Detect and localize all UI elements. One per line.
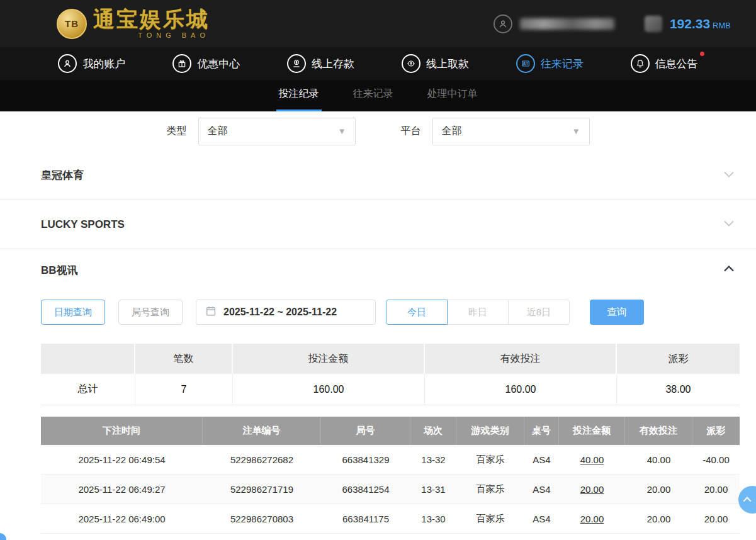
quick-range-group: 今日 昨日 近8日 bbox=[386, 300, 570, 325]
table-number: AS4 bbox=[524, 504, 559, 534]
bet-time: 2025-11-22 06:49:27 bbox=[41, 475, 203, 504]
wallet-balance[interactable]: 192.33RMB bbox=[645, 16, 731, 32]
scroll-to-top-button[interactable] bbox=[738, 486, 756, 514]
corner-float-button[interactable] bbox=[0, 533, 6, 540]
record-subtabs: 投注纪录 往来记录 处理中订单 bbox=[0, 80, 756, 111]
user-avatar-icon bbox=[494, 14, 512, 33]
valid-bet: 40.00 bbox=[625, 445, 692, 475]
total-count: 7 bbox=[135, 374, 233, 405]
gift-icon bbox=[172, 54, 191, 73]
game-type: 百家乐 bbox=[456, 504, 524, 534]
total-bet-amount: 160.00 bbox=[233, 374, 425, 405]
nav-item-transaction-records[interactable]: 往来记录 bbox=[516, 54, 584, 73]
table-row: 2025-11-22 06:49:27 522986271719 6638412… bbox=[41, 475, 740, 504]
session: 13-31 bbox=[410, 475, 456, 504]
main-nav: 我的账户 优惠中心 线上存款 线上取款 bbox=[0, 47, 756, 80]
round-number: 663841329 bbox=[321, 445, 410, 475]
game-type: 百家乐 bbox=[456, 445, 524, 475]
user-icon bbox=[58, 54, 77, 73]
payout-cell: -40.00 bbox=[692, 445, 740, 475]
withdraw-icon bbox=[402, 54, 420, 73]
bet-detail-table: 下注时间 注单编号 局号 场次 游戏类别 桌号 投注金额 有效投注 派彩 202… bbox=[41, 417, 740, 534]
yesterday-button[interactable]: 昨日 bbox=[447, 300, 509, 325]
bet-amount-link[interactable]: 40.00 bbox=[559, 445, 625, 475]
records-icon bbox=[516, 54, 535, 73]
round-number: 663841254 bbox=[321, 475, 410, 504]
balance-amount: 192.33RMB bbox=[670, 16, 731, 31]
chevron-up-icon bbox=[722, 262, 736, 278]
detail-header: 派彩 bbox=[692, 417, 740, 445]
date-range-value: 2025-11-22 ~ 2025-11-22 bbox=[223, 307, 337, 318]
valid-bet: 20.00 bbox=[625, 475, 692, 504]
type-filter-value: 全部 bbox=[208, 125, 228, 138]
detail-header-row: 下注时间 注单编号 局号 场次 游戏类别 桌号 投注金额 有效投注 派彩 bbox=[41, 417, 740, 445]
tab-bet-records[interactable]: 投注纪录 bbox=[276, 87, 322, 111]
detail-header: 局号 bbox=[321, 417, 410, 445]
user-account[interactable] bbox=[494, 14, 614, 33]
date-query-button[interactable]: 日期查询 bbox=[41, 300, 105, 325]
bet-amount-link[interactable]: 20.00 bbox=[559, 504, 625, 534]
topbar-right: 192.33RMB bbox=[494, 14, 731, 33]
bet-time: 2025-11-22 06:49:54 bbox=[41, 445, 203, 475]
search-button[interactable]: 查询 bbox=[590, 300, 644, 325]
section-crown-sports[interactable]: 皇冠体育 bbox=[0, 151, 756, 200]
today-button[interactable]: 今日 bbox=[386, 300, 448, 325]
platform-filter-select[interactable]: 全部 ▼ bbox=[432, 118, 590, 145]
top-bar: TB 通宝娱乐城 TONG BAO 192.33RMB bbox=[0, 0, 756, 47]
total-label: 总计 bbox=[41, 374, 135, 405]
bet-time: 2025-11-22 06:49:00 bbox=[41, 504, 203, 534]
summary-header: 派彩 bbox=[617, 344, 740, 374]
detail-header: 桌号 bbox=[524, 417, 559, 445]
notification-badge bbox=[700, 52, 704, 56]
order-number: 522986270803 bbox=[203, 504, 321, 534]
tab-processing-orders[interactable]: 处理中订单 bbox=[425, 87, 480, 111]
nav-item-promotions[interactable]: 优惠中心 bbox=[172, 54, 240, 73]
summary-header bbox=[41, 344, 135, 374]
section-bb-video[interactable]: BB视讯 bbox=[0, 249, 756, 291]
last-8-days-button[interactable]: 近8日 bbox=[508, 300, 570, 325]
nav-label: 优惠中心 bbox=[197, 57, 240, 71]
query-bar: 日期查询 局号查询 2025-11-22 ~ 2025-11-22 今日 昨日 … bbox=[41, 300, 756, 325]
round-number: 663841175 bbox=[321, 504, 410, 534]
nav-item-announcements[interactable]: 信息公告 bbox=[631, 54, 698, 73]
nav-item-online-deposit[interactable]: 线上存款 bbox=[287, 54, 354, 73]
table-number: AS4 bbox=[524, 445, 559, 475]
summary-table: 笔数 投注金额 有效投注 派彩 总计 7 160.00 160.00 38.00 bbox=[41, 344, 740, 405]
summary-total-row: 总计 7 160.00 160.00 38.00 bbox=[41, 374, 740, 405]
payout-cell: 20.00 bbox=[692, 475, 740, 504]
summary-header-row: 笔数 投注金额 有效投注 派彩 bbox=[41, 344, 740, 374]
nav-label: 线上存款 bbox=[312, 57, 354, 71]
section-title: 皇冠体育 bbox=[41, 168, 84, 183]
detail-header: 注单编号 bbox=[203, 417, 321, 445]
order-number: 522986271719 bbox=[203, 475, 321, 504]
nav-label: 线上取款 bbox=[426, 57, 469, 71]
tab-transaction-records[interactable]: 往来记录 bbox=[351, 87, 396, 111]
chevron-down-icon: ▼ bbox=[572, 127, 580, 136]
detail-header: 有效投注 bbox=[625, 417, 692, 445]
order-number: 522986272682 bbox=[203, 445, 321, 475]
balance-currency: RMB bbox=[713, 21, 731, 30]
wallet-icon bbox=[645, 16, 662, 32]
payout-cell: 20.00 bbox=[692, 504, 740, 534]
chevron-down-icon: ▼ bbox=[338, 127, 346, 136]
nav-item-my-account[interactable]: 我的账户 bbox=[58, 54, 125, 73]
total-valid-bet: 160.00 bbox=[425, 374, 617, 405]
detail-header: 场次 bbox=[410, 417, 456, 445]
logo-text: 通宝娱乐城 TONG BAO bbox=[93, 9, 210, 39]
date-range-picker[interactable]: 2025-11-22 ~ 2025-11-22 bbox=[196, 300, 376, 325]
bell-icon bbox=[631, 54, 650, 73]
summary-header: 投注金额 bbox=[233, 344, 425, 374]
type-filter-select[interactable]: 全部 ▼ bbox=[198, 118, 356, 145]
table-row: 2025-11-22 06:49:00 522986270803 6638411… bbox=[41, 504, 740, 534]
nav-item-online-withdrawal[interactable]: 线上取款 bbox=[402, 54, 469, 73]
section-title: LUCKY SPORTS bbox=[41, 218, 125, 231]
bet-amount-link[interactable]: 20.00 bbox=[559, 475, 625, 504]
filter-row: 类型 全部 ▼ 平台 全部 ▼ bbox=[0, 111, 756, 151]
valid-bet: 20.00 bbox=[625, 504, 692, 534]
summary-header: 笔数 bbox=[135, 344, 233, 374]
site-logo[interactable]: TB 通宝娱乐城 TONG BAO bbox=[57, 9, 210, 39]
nav-label: 我的账户 bbox=[82, 57, 125, 71]
round-query-button[interactable]: 局号查询 bbox=[118, 300, 183, 325]
section-lucky-sports[interactable]: LUCKY SPORTS bbox=[0, 200, 756, 249]
session: 13-30 bbox=[410, 504, 456, 534]
